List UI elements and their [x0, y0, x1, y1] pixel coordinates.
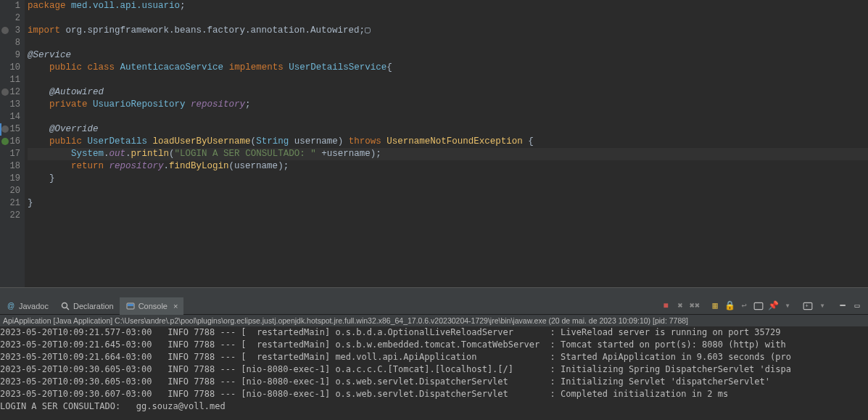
minimize-icon[interactable]: ━ — [836, 300, 849, 313]
tab-label: Declaration — [73, 302, 114, 310]
gutter-line: 1 — [0, 0, 22, 12]
code-line[interactable]: public class AutenticacaoService impleme… — [28, 62, 868, 74]
console-icon — [125, 301, 136, 311]
tab-console[interactable]: Console × — [120, 297, 184, 315]
svg-rect-3 — [128, 304, 133, 306]
gutter: 1238910111213141516171819202122 — [0, 0, 25, 287]
gutter-line: 9 — [0, 49, 22, 62]
code-line[interactable]: import org.springframework.beans.factory… — [28, 25, 868, 37]
code-area[interactable]: 1238910111213141516171819202122 package … — [0, 0, 868, 287]
tab-declaration[interactable]: Declaration — [54, 297, 120, 315]
new-console-button[interactable]: ▾ — [816, 300, 829, 313]
declaration-icon — [60, 301, 70, 311]
svg-text:+: + — [806, 303, 809, 309]
gutter-line: 15 — [0, 123, 22, 136]
code-line[interactable] — [28, 74, 868, 86]
console-line: 2023-05-20T10:09:21.664-03:00 INFO 7788 … — [0, 351, 868, 363]
word-wrap-button[interactable]: ↩ — [737, 300, 751, 313]
remove-terminated-button[interactable]: ✖ — [674, 300, 687, 313]
gutter-line: 21 — [0, 197, 22, 210]
gutter-marker-icon — [1, 27, 9, 34]
pin-button[interactable]: 📌 — [766, 300, 780, 313]
console-line: 2023-05-20T10:09:30.605-03:00 INFO 7788 … — [0, 376, 868, 388]
gutter-marker-icon — [1, 88, 9, 96]
gutter-line: 22 — [0, 210, 22, 222]
gutter-line: 10 — [0, 62, 22, 74]
horizontal-scrollbar[interactable] — [0, 287, 868, 297]
gutter-line: 8 — [0, 37, 22, 49]
terminate-button[interactable]: ■ — [659, 300, 672, 313]
svg-rect-4 — [754, 302, 763, 309]
editor-pane: 1238910111213141516171819202122 package … — [0, 0, 868, 297]
console-line: 2023-05-20T10:09:21.577-03:00 INFO 7788 … — [0, 326, 868, 339]
console-line: 2023-05-20T10:09:30.605-03:00 INFO 7788 … — [0, 363, 868, 376]
code-line[interactable]: package med.voll.api.usuario; — [28, 0, 868, 12]
code-line[interactable]: } — [28, 173, 868, 185]
console-line: 2023-05-20T10:09:30.607-03:00 INFO 7788 … — [0, 388, 868, 400]
code-line[interactable] — [28, 12, 868, 25]
tab-javadoc[interactable]: @ Javadoc — [0, 297, 54, 315]
console-meta: ApiApplication [Java Application] C:\Use… — [0, 315, 868, 326]
code-content[interactable]: package med.voll.api.usuario;import org.… — [25, 0, 868, 287]
bottom-panel: @ Javadoc Declaration Console × ■ ✖ ✖✖ ▦… — [0, 297, 868, 420]
gutter-line: 12 — [0, 86, 22, 99]
code-line[interactable] — [28, 111, 868, 123]
gutter-line: 19 — [0, 173, 22, 185]
svg-point-0 — [62, 302, 67, 308]
code-line[interactable]: private UsuarioRepository repository; — [28, 99, 868, 111]
code-line[interactable]: } — [28, 197, 868, 210]
maximize-icon[interactable]: ▭ — [851, 300, 864, 313]
gutter-line: 11 — [0, 74, 22, 86]
at-icon: @ — [6, 301, 16, 311]
svg-line-1 — [67, 308, 69, 310]
gutter-line: 3 — [0, 25, 22, 37]
gutter-line: 16 — [0, 136, 22, 148]
code-line[interactable]: @Autowired — [28, 86, 868, 99]
clear-console-button[interactable]: ▦ — [708, 300, 722, 313]
code-line[interactable] — [28, 185, 868, 197]
code-line[interactable] — [28, 210, 868, 222]
code-line[interactable]: return repository.findByLogin(username); — [28, 160, 868, 173]
remove-all-button[interactable]: ✖✖ — [688, 300, 701, 313]
open-console-button[interactable]: + — [801, 300, 814, 313]
code-line[interactable]: public UserDetails loadUserByUsername(St… — [28, 136, 868, 148]
tab-label: Console — [139, 302, 168, 310]
gutter-line: 13 — [0, 99, 22, 111]
close-icon[interactable]: × — [173, 302, 178, 310]
code-line[interactable] — [28, 37, 868, 49]
show-console-button[interactable] — [752, 300, 765, 313]
gutter-line: 18 — [0, 160, 22, 173]
gutter-line: 14 — [0, 111, 22, 123]
gutter-marker-icon — [1, 125, 9, 133]
change-indicator — [0, 123, 1, 136]
gutter-line: 17 — [0, 148, 22, 160]
console-line: 2023-05-20T10:09:21.645-03:00 INFO 7788 … — [0, 339, 868, 351]
code-line[interactable]: @Service — [28, 49, 868, 62]
tabs-bar: @ Javadoc Declaration Console × ■ ✖ ✖✖ ▦… — [0, 297, 868, 315]
gutter-line: 2 — [0, 12, 22, 25]
console-output[interactable]: 2023-05-20T10:09:21.577-03:00 INFO 7788 … — [0, 326, 868, 420]
display-selected-button[interactable]: ▾ — [781, 300, 794, 313]
code-line[interactable]: @Override — [28, 123, 868, 136]
tab-label: Javadoc — [19, 302, 49, 310]
override-marker-icon — [1, 138, 9, 145]
code-line[interactable]: System.out.println("LOGIN A SER CONSULTA… — [28, 148, 868, 160]
gutter-line: 20 — [0, 185, 22, 197]
console-toolbar: ■ ✖ ✖✖ ▦ 🔒 ↩ 📌 ▾ + ▾ ━ ▭ — [659, 300, 868, 313]
scroll-lock-button[interactable]: 🔒 — [723, 300, 736, 313]
console-line: LOGIN A SER CONSULTADO: gg.souza@voll.me… — [0, 400, 868, 413]
